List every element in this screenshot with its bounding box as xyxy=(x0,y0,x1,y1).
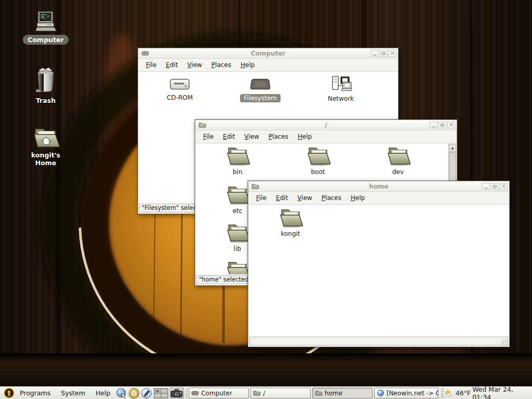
file-item-boot[interactable]: boot xyxy=(289,144,347,176)
editor-app-launcher[interactable] xyxy=(141,388,152,398)
window-icon xyxy=(251,183,259,189)
file-label: boot xyxy=(311,168,325,176)
task-label: [Neowin.net -> GT xyxy=(387,390,438,397)
task-label: / xyxy=(263,390,265,397)
file-label: Network xyxy=(328,95,354,102)
home-file-view: kongit xyxy=(248,205,509,336)
file-label: CD-ROM xyxy=(167,94,193,101)
menu-system[interactable]: System xyxy=(56,388,90,399)
folder-icon xyxy=(315,390,323,396)
window-home: home × File Edit View Places Help kongit xyxy=(248,181,510,347)
file-item-filesystem[interactable]: Filesystem xyxy=(232,77,289,102)
folder-icon xyxy=(225,221,250,243)
menu-view[interactable]: View xyxy=(292,193,316,203)
scroll-up-button[interactable]: ▲ xyxy=(449,144,456,152)
main-menu-button[interactable] xyxy=(4,388,15,398)
workspace-3[interactable] xyxy=(154,393,161,398)
folder-icon xyxy=(278,206,303,228)
trash-icon xyxy=(35,65,57,95)
home-menubar: File Edit View Places Help xyxy=(248,192,509,205)
maximize-button[interactable] xyxy=(438,122,446,128)
file-label-selected: Filesystem xyxy=(240,94,280,102)
temperature: 46°F xyxy=(456,389,471,397)
screenshot-tool-button[interactable] xyxy=(170,388,184,398)
window-icon xyxy=(198,122,206,128)
window-title: Computer xyxy=(138,50,398,57)
menu-edit[interactable]: Edit xyxy=(161,60,182,70)
menu-file[interactable]: File xyxy=(141,60,161,70)
close-button[interactable]: × xyxy=(500,183,508,190)
home-titlebar[interactable]: home × xyxy=(248,181,509,192)
minimize-button[interactable] xyxy=(371,50,379,57)
menu-edit[interactable]: Edit xyxy=(271,193,292,203)
menu-view[interactable]: View xyxy=(240,131,263,142)
weather-icon xyxy=(445,389,454,397)
workspace-2[interactable] xyxy=(161,389,168,393)
taskbar-window-browser[interactable]: [Neowin.net -> GT xyxy=(374,388,438,398)
folder-icon xyxy=(225,144,250,166)
desktop-icon-trash[interactable]: Trash xyxy=(22,65,69,104)
clock: Wed Mar 24, 01:34 xyxy=(472,385,530,399)
minimize-button[interactable] xyxy=(482,183,490,190)
file-item-bin[interactable]: bin xyxy=(209,144,266,176)
workspace-4[interactable] xyxy=(161,393,168,398)
menu-places[interactable]: Places xyxy=(207,60,236,70)
menu-edit[interactable]: Edit xyxy=(218,131,240,142)
close-button[interactable]: × xyxy=(389,50,396,57)
desktop-icon-trash-label: Trash xyxy=(36,97,56,104)
taskbar-window-home[interactable]: home xyxy=(312,388,373,398)
file-label: lib xyxy=(234,245,241,252)
weather-clock-applet[interactable]: 46°F Wed Mar 24, 01:34 xyxy=(445,385,530,399)
menu-help[interactable]: Help xyxy=(293,131,316,142)
cdrom-drive-icon xyxy=(168,77,192,92)
panel-separator[interactable] xyxy=(441,388,444,398)
file-item-network[interactable]: Network xyxy=(312,75,369,102)
task-label: Computer xyxy=(201,390,232,397)
camera-icon xyxy=(170,389,183,398)
file-item-cdrom[interactable]: CD-ROM xyxy=(151,77,208,101)
window-icon xyxy=(141,50,149,56)
menu-programs[interactable]: Programs xyxy=(15,388,56,399)
desktop-icon-computer[interactable]: Computer xyxy=(22,10,69,45)
file-label: etc xyxy=(233,207,243,215)
file-label: bin xyxy=(233,168,243,176)
maximize-button[interactable] xyxy=(380,50,388,57)
gold-disc-icon xyxy=(128,388,140,399)
root-menubar: File Edit View Places Help xyxy=(195,130,457,143)
home-statusbar xyxy=(249,337,508,345)
workspace-switcher[interactable] xyxy=(154,388,168,398)
root-titlebar[interactable]: / × xyxy=(195,120,457,130)
file-item-kongit[interactable]: kongit xyxy=(262,206,319,237)
window-title: / xyxy=(195,122,457,129)
computer-menubar: File Edit View Places Help xyxy=(138,59,398,72)
menu-help[interactable]: Help xyxy=(90,388,116,399)
filesystem-drive-icon xyxy=(248,77,272,92)
minimize-button[interactable] xyxy=(430,122,437,128)
taskbar-window-computer[interactable]: Computer xyxy=(189,388,249,398)
menu-help[interactable]: Help xyxy=(236,60,259,70)
file-item-dev[interactable]: dev xyxy=(369,144,427,176)
menu-view[interactable]: View xyxy=(182,60,206,70)
close-button[interactable]: × xyxy=(447,122,455,128)
desktop-icon-home-label: kongit's Home xyxy=(22,151,69,167)
menu-file[interactable]: File xyxy=(251,193,271,203)
maximize-button[interactable] xyxy=(491,183,499,190)
workspace-1[interactable] xyxy=(154,389,161,393)
desktop: Computer Trash kongit's Home Computer × … xyxy=(0,0,532,399)
distro-badge-icon xyxy=(4,388,15,398)
menu-places[interactable]: Places xyxy=(317,193,346,203)
web-browser-launcher[interactable] xyxy=(116,388,127,398)
drive-icon xyxy=(191,390,199,396)
menu-help[interactable]: Help xyxy=(346,193,369,203)
taskbar-window-root[interactable]: / xyxy=(250,388,311,398)
computer-titlebar[interactable]: Computer × xyxy=(138,48,398,59)
menu-places[interactable]: Places xyxy=(264,131,293,142)
task-label: home xyxy=(325,390,342,397)
gold-app-launcher[interactable] xyxy=(128,388,140,398)
desktop-icon-home[interactable]: kongit's Home xyxy=(22,125,69,167)
folder-icon xyxy=(225,259,250,274)
panel-separator[interactable] xyxy=(185,388,189,398)
resize-grip[interactable] xyxy=(501,339,509,346)
menu-file[interactable]: File xyxy=(198,131,218,142)
taskbar: Programs System Help Computer / xyxy=(0,387,532,399)
